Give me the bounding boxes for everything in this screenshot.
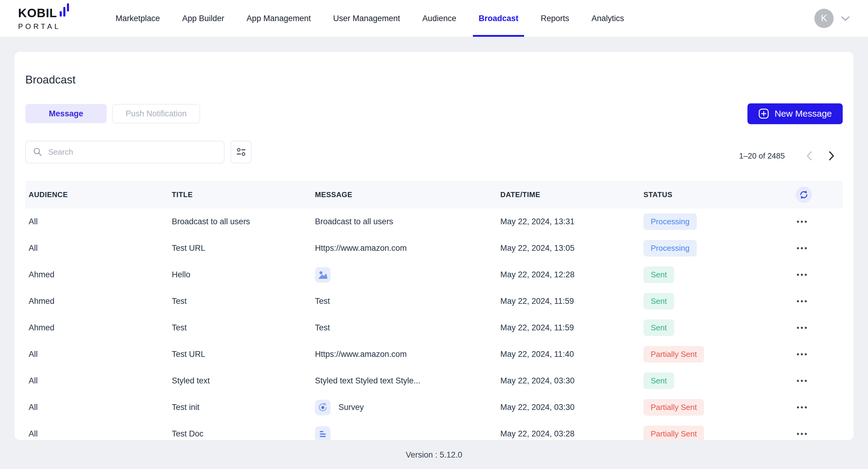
status-badge: Processing	[644, 213, 697, 230]
pagination-prev-button[interactable]	[798, 149, 820, 163]
cell-status: Sent	[640, 319, 791, 336]
cell-title: Styled text	[168, 376, 312, 385]
cell-audience: All	[25, 217, 168, 226]
table-row: Ahmed Test Test May 22, 2024, 11:59 Sent	[25, 315, 843, 341]
header-actions-cell	[791, 187, 843, 203]
cell-message: Test	[312, 296, 497, 306]
message-text: Styled text Styled text Style...	[315, 376, 421, 385]
top-navbar: KOBIL PORTAL MarketplaceApp BuilderApp M…	[0, 0, 868, 37]
cell-actions	[791, 429, 843, 439]
table-row: All Test Doc May 22, 2024, 03:28 Partial…	[25, 421, 843, 440]
document-icon	[315, 426, 331, 440]
column-header-title: TITLE	[168, 190, 312, 199]
status-badge: Partially Sent	[644, 426, 704, 440]
cell-title: Test URL	[168, 350, 312, 359]
cell-message: Https://www.amazon.com	[312, 350, 497, 359]
cell-datetime: May 22, 2024, 11:59	[497, 296, 640, 306]
cell-status: Processing	[640, 240, 791, 256]
cell-audience: Ahmed	[25, 270, 168, 279]
cell-audience: Ahmed	[25, 296, 168, 306]
avatar[interactable]: K	[814, 9, 834, 28]
nav-item-marketplace[interactable]: Marketplace	[104, 0, 171, 37]
logo-brand-text: KOBIL	[18, 7, 57, 19]
row-menu-button[interactable]	[791, 243, 807, 253]
sliders-icon	[235, 146, 247, 158]
nav-item-user-management[interactable]: User Management	[322, 0, 411, 37]
nav-item-broadcast[interactable]: Broadcast	[467, 0, 530, 37]
table-row: Ahmed Test Test May 22, 2024, 11:59 Sent	[25, 288, 843, 315]
row-menu-button[interactable]	[791, 349, 807, 359]
column-header-status: STATUS	[640, 190, 791, 199]
cell-datetime: May 22, 2024, 13:05	[497, 244, 640, 253]
broadcast-card: Broadcast MessagePush Notification New M…	[14, 52, 854, 440]
cell-actions	[791, 243, 843, 253]
table-row: All Test URL Https://www.amazon.com May …	[25, 341, 843, 368]
row-menu-button[interactable]	[791, 270, 807, 280]
logo-signal-bars-icon	[60, 3, 71, 21]
table-body: All Broadcast to all users Broadcast to …	[25, 209, 843, 440]
cell-datetime: May 22, 2024, 03:28	[497, 429, 640, 439]
nav-item-reports[interactable]: Reports	[530, 0, 581, 37]
status-badge: Sent	[644, 267, 674, 283]
row-menu-button[interactable]	[791, 402, 807, 413]
message-text: Survey	[338, 403, 364, 412]
nav-item-analytics[interactable]: Analytics	[581, 0, 635, 37]
screen: KOBIL PORTAL MarketplaceApp BuilderApp M…	[0, 0, 868, 469]
cell-title: Test init	[168, 403, 312, 412]
cell-message: Survey	[312, 400, 497, 415]
tab-message[interactable]: Message	[25, 104, 107, 123]
search-icon	[33, 147, 43, 157]
page-title: Broadcast	[25, 59, 843, 87]
row-menu-button[interactable]	[791, 322, 807, 333]
cell-status: Partially Sent	[640, 426, 791, 440]
chevron-down-icon[interactable]	[841, 16, 850, 21]
image-icon	[315, 267, 331, 283]
refresh-button[interactable]	[796, 187, 812, 203]
table-row: All Test URL Https://www.amazon.com May …	[25, 235, 843, 262]
nav-item-app-management[interactable]: App Management	[236, 0, 322, 37]
row-menu-button[interactable]	[791, 429, 807, 439]
cell-audience: All	[25, 376, 168, 385]
cell-title: Test	[168, 323, 312, 333]
message-text: Broadcast to all users	[315, 217, 393, 226]
survey-icon	[315, 400, 331, 415]
row-menu-button[interactable]	[791, 296, 807, 307]
cell-actions	[791, 322, 843, 333]
kobil-logo: KOBIL PORTAL	[18, 0, 71, 37]
row-menu-button[interactable]	[791, 376, 807, 386]
filter-settings-button[interactable]	[230, 141, 252, 163]
user-menu: K	[814, 0, 850, 37]
row-menu-button[interactable]	[791, 216, 807, 227]
cell-actions	[791, 376, 843, 386]
cell-message: Test	[312, 323, 497, 333]
cell-message	[312, 267, 497, 283]
message-text: Https://www.amazon.com	[315, 244, 407, 253]
pagination-range-label: 1–20 of 2485	[739, 151, 785, 161]
nav-item-app-builder[interactable]: App Builder	[171, 0, 236, 37]
cell-status: Sent	[640, 293, 791, 310]
refresh-icon	[799, 190, 809, 200]
search-input[interactable]	[48, 147, 217, 157]
cell-status: Sent	[640, 373, 791, 389]
logo-sub-text: PORTAL	[18, 23, 71, 30]
status-badge: Processing	[644, 240, 697, 256]
status-badge: Sent	[644, 293, 674, 310]
cell-audience: All	[25, 403, 168, 412]
status-badge: Partially Sent	[644, 399, 704, 416]
tab-push-notification[interactable]: Push Notification	[112, 104, 200, 123]
new-message-button[interactable]: New Message	[747, 103, 843, 124]
nav-item-audience[interactable]: Audience	[411, 0, 467, 37]
pagination-next-button[interactable]	[820, 149, 843, 163]
cell-actions	[791, 216, 843, 227]
cell-actions	[791, 296, 843, 307]
cell-datetime: May 22, 2024, 03:30	[497, 403, 640, 412]
cell-datetime: May 22, 2024, 11:40	[497, 350, 640, 359]
table-row: All Styled text Styled text Styled text …	[25, 368, 843, 394]
tabs-group: MessagePush Notification	[25, 104, 200, 123]
message-text: Test	[315, 323, 330, 333]
cell-message: Https://www.amazon.com	[312, 244, 497, 253]
cell-datetime: May 22, 2024, 12:28	[497, 270, 640, 279]
cell-message: Broadcast to all users	[312, 217, 497, 226]
cell-audience: All	[25, 244, 168, 253]
cell-title: Test	[168, 296, 312, 306]
